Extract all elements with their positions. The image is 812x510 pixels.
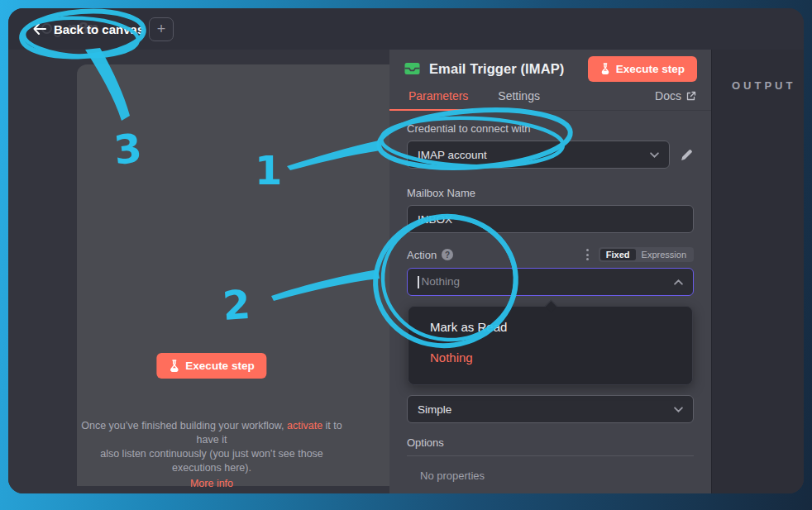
execute-step-button-header[interactable]: Execute step	[588, 56, 697, 82]
flask-icon	[600, 63, 610, 74]
action-label-wrap: Action ?	[407, 249, 453, 261]
help-icon[interactable]: ?	[442, 249, 453, 260]
docs-link[interactable]: Docs	[655, 89, 696, 110]
trigger-input-panel: Execute step Once you’ve finished buildi…	[77, 64, 389, 486]
parameters-body: Credential to connect with IMAP account	[389, 111, 711, 493]
back-to-canvas-button[interactable]: Back to canvas	[33, 8, 144, 50]
flask-icon	[169, 360, 179, 372]
mode-expression-button[interactable]: Expression	[636, 249, 692, 260]
node-title: Email Trigger (IMAP)	[429, 61, 580, 77]
canvas-area: Execute step Once you’ve finished buildi…	[8, 50, 389, 493]
tab-settings[interactable]: Settings	[496, 89, 542, 110]
top-bar: n8n Back to canvas +	[8, 8, 804, 50]
arrow-left-icon	[33, 23, 46, 35]
node-panel-tabs: Parameters Settings Docs	[389, 88, 711, 111]
output-label: OUTPUT	[732, 79, 795, 92]
back-to-canvas-label: Back to canvas	[54, 22, 144, 36]
menu-item-nothing[interactable]: Nothing	[408, 342, 692, 373]
action-controls: Fixed Expression	[585, 247, 694, 262]
app-window: n8n Back to canvas + Execut	[8, 8, 804, 493]
format-field: Simple	[407, 395, 694, 423]
format-select[interactable]: Simple	[407, 395, 694, 423]
activation-hint: Once you’ve finished building your workf…	[77, 419, 346, 491]
no-properties-text: No properties	[420, 469, 694, 482]
hint-text-line2: also listen continuously (you just won’t…	[100, 448, 323, 474]
pencil-icon	[680, 148, 694, 162]
docs-label: Docs	[655, 89, 681, 102]
chevron-down-icon	[650, 152, 659, 158]
more-info-link[interactable]: More info	[190, 477, 233, 491]
mailbox-value: INBOX	[418, 213, 452, 226]
credential-label: Credential to connect with	[407, 122, 694, 135]
mode-fixed-button[interactable]: Fixed	[600, 249, 636, 260]
chevron-down-icon	[674, 407, 683, 412]
action-select[interactable]: Nothing	[407, 268, 694, 296]
edit-credential-button[interactable]	[680, 148, 694, 162]
execute-step-button-canvas[interactable]: Execute step	[156, 353, 266, 379]
credential-select[interactable]: IMAP account	[407, 141, 670, 169]
hint-text: Once you’ve finished building your workf…	[81, 420, 287, 431]
mailbox-field: Mailbox Name INBOX	[407, 187, 694, 233]
external-link-icon	[686, 91, 696, 101]
format-value: Simple	[418, 403, 451, 416]
email-inbox-icon	[404, 60, 421, 77]
action-header: Action ? Fixed Expression	[407, 247, 694, 262]
kebab-menu-icon[interactable]	[585, 249, 590, 260]
action-value: Nothing	[422, 275, 461, 288]
action-label: Action	[407, 249, 437, 261]
node-panel-header: Email Trigger (IMAP) Execute step	[389, 50, 711, 88]
mailbox-input[interactable]: INBOX	[407, 205, 694, 233]
execute-step-label: Execute step	[616, 63, 685, 75]
mailbox-label: Mailbox Name	[407, 187, 694, 199]
activate-link[interactable]: activate	[287, 420, 322, 431]
text-cursor	[418, 276, 419, 288]
action-dropdown-menu: Mark as Read Nothing	[408, 306, 693, 385]
tab-parameters[interactable]: Parameters	[407, 89, 470, 110]
chevron-up-icon	[674, 279, 683, 285]
credential-value: IMAP account	[418, 149, 487, 161]
action-value-wrap: Nothing	[418, 275, 460, 288]
execute-step-label: Execute step	[185, 360, 254, 372]
output-panel: OUTPUT	[711, 50, 804, 493]
options-section-label: Options	[407, 436, 694, 456]
credential-row: IMAP account	[407, 141, 694, 169]
plus-icon: +	[157, 21, 166, 38]
node-details-panel: Email Trigger (IMAP) Execute step Parame…	[389, 50, 711, 493]
main-row: Execute step Once you’ve finished buildi…	[8, 50, 804, 493]
value-mode-toggle: Fixed Expression	[599, 247, 694, 262]
menu-item-mark-as-read[interactable]: Mark as Read	[408, 312, 692, 342]
trigger-input-content: Execute step Once you’ve finished buildi…	[77, 64, 346, 486]
add-node-button[interactable]: +	[149, 17, 174, 41]
